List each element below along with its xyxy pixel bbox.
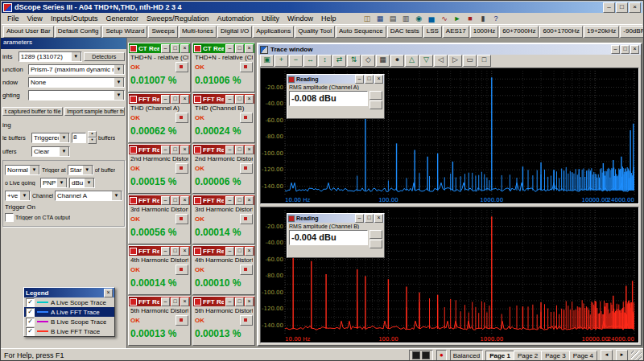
channel-combo[interactable]: Channel A▼ — [55, 191, 122, 201]
spin-down-button[interactable]: ▼ — [88, 137, 97, 144]
toolbar-button-aes17[interactable]: AES17 — [443, 26, 469, 38]
toolbar-button-applications[interactable]: Applications — [253, 26, 294, 38]
maximize-button[interactable]: □ — [621, 45, 630, 54]
toolbar-button-digital-i-o[interactable]: Digital I/O — [217, 26, 252, 38]
menu-inputs-outputs[interactable]: Inputs/Outputs — [47, 14, 102, 23]
tab-scroll-left-button[interactable]: ◄ — [601, 350, 613, 361]
close-button[interactable]: × — [180, 196, 189, 205]
maximize-button[interactable]: □ — [171, 196, 180, 205]
minimize-button[interactable]: – — [161, 247, 170, 256]
reading-window-titlebar[interactable]: FFT Reading – □ × — [193, 246, 254, 256]
grid-icon[interactable]: ▦ — [376, 55, 390, 67]
menu-window[interactable]: Window — [283, 14, 317, 23]
reading-window-titlebar[interactable]: Reading – □ × — [287, 75, 384, 84]
trace-down-icon[interactable]: ▽ — [419, 55, 433, 67]
reading-window-titlebar[interactable]: FFT Reading – □ × — [129, 94, 190, 104]
minimize-button[interactable]: – — [225, 196, 234, 205]
minimize-button[interactable]: – — [355, 75, 364, 84]
trigger-cta-checkbox[interactable] — [5, 213, 14, 222]
reading-window-titlebar[interactable]: FFT Reading – □ × — [129, 195, 190, 205]
run-icon[interactable]: ► — [452, 14, 464, 24]
reading-settings-button[interactable] — [240, 315, 253, 326]
close-button[interactable]: × — [180, 297, 189, 306]
reading-settings-button[interactable] — [175, 315, 188, 326]
copy-icon[interactable]: ▥ — [400, 14, 412, 24]
menu-help[interactable]: Help — [317, 14, 341, 23]
next-trace-icon[interactable]: ▷ — [448, 55, 462, 67]
pan-vertical-icon[interactable]: ⇅ — [347, 55, 361, 67]
properties-icon[interactable]: □ — [477, 55, 491, 67]
menu-view[interactable]: View — [23, 14, 47, 23]
marker-icon[interactable]: ● — [390, 55, 404, 67]
legend-item-4[interactable]: ✓B Live FFT Trace — [24, 326, 114, 336]
clear-buffers-combo[interactable]: Clear▼ — [31, 146, 70, 157]
minimize-button[interactable]: – — [225, 95, 234, 104]
cursor-icon[interactable]: ◇ — [361, 55, 375, 67]
maximize-button[interactable]: □ — [235, 247, 244, 256]
close-button[interactable]: × — [245, 146, 254, 154]
maximize-button[interactable]: □ — [235, 95, 244, 104]
close-button[interactable]: × — [180, 95, 189, 104]
detectors-button[interactable]: Detectors — [84, 52, 125, 61]
fft-function-combo[interactable]: Prism-7 (maximum dynamic range)▼ — [28, 64, 125, 75]
legend-item-2[interactable]: ✓A Live FFT Trace — [24, 307, 114, 317]
reading-settings-button[interactable] — [175, 265, 188, 275]
page-tab-1[interactable]: Page 1 — [485, 351, 514, 361]
page-tab-2[interactable]: Page 2 — [514, 351, 542, 361]
minimize-button[interactable]: – — [161, 95, 170, 104]
reading-settings-button[interactable] — [240, 62, 253, 72]
toolbar-button-1000hz[interactable]: 1000Hz — [470, 26, 499, 38]
minimize-button[interactable]: – — [161, 297, 170, 306]
menu-automation[interactable]: Automation — [213, 14, 258, 23]
toolbar-button-lss[interactable]: LSS — [423, 26, 442, 38]
minimize-button[interactable]: – — [611, 45, 620, 54]
buffer-count-field[interactable]: 8 — [72, 133, 86, 143]
pnp-combo[interactable]: PNP▼ — [40, 178, 68, 188]
toolbar-button-600-1700hz[interactable]: 600+1700Hz — [539, 26, 583, 38]
spin-up-button[interactable]: ▲ — [88, 131, 97, 137]
toolbar-button-setup-wizard[interactable]: Setup Wizard — [102, 26, 147, 38]
close-button[interactable]: × — [180, 146, 189, 154]
reading-settings-button[interactable] — [175, 113, 188, 123]
reading-window-titlebar[interactable]: FFT Reading – □ × — [193, 94, 254, 104]
reading-window-titlebar[interactable]: FFT Reading – □ × — [193, 297, 254, 306]
reading-window-titlebar[interactable]: FFT Reading – □ × — [193, 145, 254, 154]
maximize-button[interactable]: □ — [235, 297, 244, 306]
maximize-button[interactable]: □ — [171, 146, 180, 154]
legend-checkbox[interactable]: ✓ — [26, 318, 35, 326]
toolbar-button-sweeps[interactable]: Sweeps — [148, 26, 177, 38]
close-button[interactable]: × — [374, 214, 383, 223]
reading-settings-button[interactable] — [175, 214, 188, 224]
close-button[interactable]: × — [245, 196, 254, 205]
help-icon[interactable]: ? — [490, 14, 502, 24]
maximize-button[interactable]: □ — [235, 44, 244, 53]
capture-icon[interactable]: ▭ — [463, 55, 477, 67]
reading-window-titlebar[interactable]: CT Reading – □ × — [129, 43, 190, 53]
fft-points-combo[interactable]: 1289 (131072)▼ — [19, 51, 82, 62]
maximize-button[interactable]: □ — [171, 95, 180, 104]
reading-window-titlebar[interactable]: FFT Reading – □ × — [129, 145, 190, 154]
toolbar-button-default-config[interactable]: Default Config — [55, 26, 102, 38]
toolbar-button-dac-tests[interactable]: DAC tests — [387, 26, 423, 38]
toolbar-button-quality-tool[interactable]: Quality Tool — [295, 26, 335, 38]
reading-settings-button[interactable] — [240, 214, 253, 224]
close-button[interactable]: × — [180, 44, 189, 53]
reading-settings-button[interactable] — [369, 91, 382, 100]
trace-up-icon[interactable]: △ — [405, 55, 419, 67]
minimize-button[interactable]: – — [161, 146, 170, 154]
page-tab-4[interactable]: Page 4 — [569, 351, 597, 361]
stop-icon[interactable]: ■ — [464, 14, 477, 24]
trigger-at-combo[interactable]: Start▼ — [68, 165, 93, 175]
reading-window-titlebar[interactable]: Reading – □ × — [287, 214, 384, 223]
close-button[interactable]: × — [104, 289, 113, 297]
weighting-combo[interactable]: ▼ — [28, 90, 125, 101]
open-config-icon[interactable]: ◫ — [361, 14, 374, 24]
close-button[interactable]: × — [245, 44, 254, 53]
close-button[interactable]: × — [245, 297, 254, 306]
minimize-button[interactable]: – — [355, 214, 364, 223]
generator-icon[interactable]: ∿ — [439, 14, 451, 24]
minimize-button[interactable]: – — [225, 247, 234, 256]
legend-item-3[interactable]: ✓B Live Scope Trace — [24, 317, 114, 326]
scope-icon[interactable]: ◉ — [413, 14, 425, 24]
reading-settings-button[interactable] — [240, 163, 253, 174]
